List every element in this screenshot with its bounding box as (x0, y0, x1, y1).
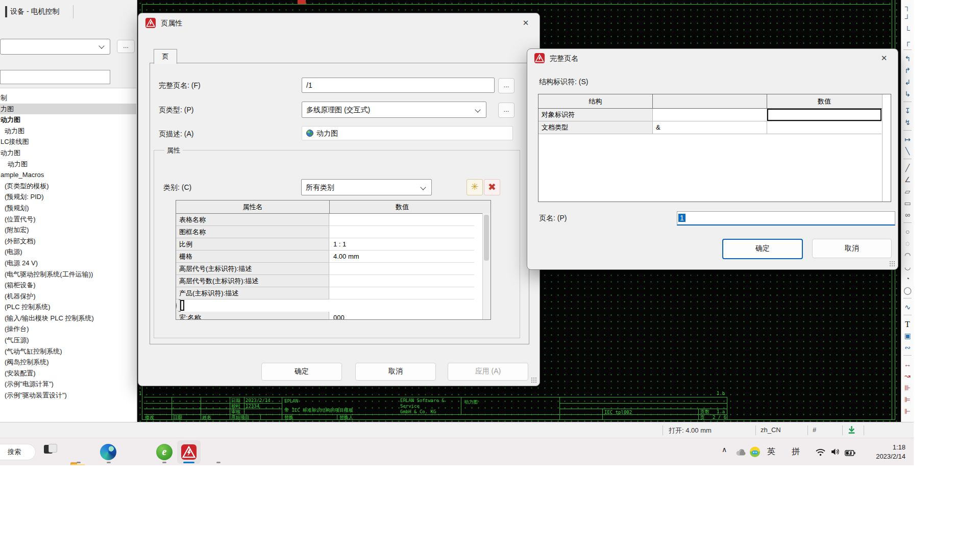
page-description-input[interactable]: 动力图 (302, 126, 513, 140)
tree-item[interactable]: (安装配置) (0, 368, 136, 379)
tree-item[interactable]: (输入/输出模块 PLC 控制系统) (0, 313, 136, 324)
page-name-input[interactable]: 1 (677, 211, 895, 226)
drawing-tool-icon[interactable]: ↳ (901, 88, 914, 100)
drawing-tool-icon[interactable] (901, 49, 914, 53)
tab-page[interactable]: 页 (154, 49, 177, 64)
tree-item[interactable]: (预规划) (0, 203, 136, 214)
search-filter-input[interactable] (0, 70, 110, 84)
tree-item[interactable]: (阀岛控制系统) (0, 357, 136, 368)
property-row[interactable]: 比例 1 : 1 (176, 238, 491, 251)
property-row[interactable]: 栅格 4.00 mm (176, 251, 491, 263)
drawing-tool-icon[interactable]: ↧ (901, 105, 914, 117)
drawing-tool-icon[interactable]: ↯ (901, 117, 914, 129)
download-icon[interactable] (847, 425, 856, 436)
drawing-tool-icon[interactable]: ╲ (901, 145, 914, 157)
column-header-value[interactable]: 数值 (330, 201, 475, 213)
drawing-tool-icon[interactable] (901, 298, 914, 302)
drawing-tool-icon[interactable]: ▭ (901, 197, 914, 209)
drawing-tool-icon[interactable] (901, 159, 914, 162)
page-type-select[interactable]: 多线原理图 (交互式) (302, 102, 486, 118)
tree-item[interactable]: LC接线图 (0, 136, 136, 147)
category-select[interactable]: 所有类别 (301, 179, 432, 195)
property-row[interactable]: 宏:名称 000 (176, 312, 491, 320)
drawing-tool-icon[interactable]: T (901, 318, 914, 330)
property-row[interactable]: 高层代号数(主标识符):描述 (176, 275, 491, 287)
drawing-tool-icon[interactable]: ⊫ (901, 394, 914, 406)
drawing-tool-icon[interactable]: ┘ (901, 13, 914, 24)
drawing-tool-icon[interactable]: ◯ (901, 285, 914, 296)
property-row[interactable]: 图框名称 (176, 226, 491, 238)
drawing-tool-icon[interactable]: ◠ (901, 249, 914, 261)
clock[interactable]: 1:18 2023/2/14 (865, 443, 905, 461)
close-icon[interactable]: ✕ (878, 53, 890, 64)
tree-item[interactable]: 动力图 (0, 159, 136, 170)
browser-360-icon[interactable]: e (156, 444, 173, 460)
drawing-tool-icon[interactable]: ┌ (901, 36, 914, 48)
cancel-button[interactable]: 取消 (812, 239, 892, 258)
full-page-name-input[interactable]: /1 (302, 78, 495, 93)
tree-item[interactable]: 动力图 (0, 114, 136, 126)
drawing-tool-icon[interactable]: ⊩ (901, 406, 914, 417)
structure-row[interactable]: 文档类型 & (538, 121, 891, 134)
property-row[interactable]: 产品(主标识符):描述 (176, 287, 491, 299)
drawing-tool-icon[interactable] (901, 130, 914, 134)
structure-row[interactable]: 对象标识符 (538, 109, 891, 121)
tree-item[interactable]: 力图 (0, 104, 136, 115)
drawing-tool-icon[interactable]: ○ (901, 226, 914, 238)
drawing-tool-icon[interactable]: ┐ (901, 1, 914, 13)
drawing-tool-icon[interactable]: ◔ (901, 273, 914, 285)
tree-item[interactable]: (示例"电源计算") (0, 379, 136, 390)
resize-grip[interactable] (531, 377, 537, 383)
game-center-icon[interactable] (749, 446, 761, 459)
full-page-name-browse-button[interactable]: ... (498, 78, 514, 93)
table-scrollbar[interactable] (482, 213, 491, 319)
tree-item[interactable]: 制 (0, 92, 136, 104)
project-filter-combobox[interactable] (0, 39, 110, 55)
tree-item[interactable]: (电气驱动控制系统(工件运输)) (0, 269, 136, 280)
tree-item[interactable]: (机器保护) (0, 291, 136, 302)
drawing-tool-icon[interactable]: ∾ (901, 342, 914, 354)
search-button[interactable]: 搜索 (0, 444, 36, 460)
tree-item[interactable]: (箱柜设备) (0, 280, 136, 291)
tree-item[interactable]: (附加宏) (0, 224, 136, 236)
close-icon[interactable]: ✕ (520, 17, 531, 29)
drawing-tool-icon[interactable] (901, 315, 914, 318)
drawing-tool-icon[interactable]: ↱ (901, 65, 914, 77)
task-view-icon[interactable] (43, 444, 59, 460)
drawing-tool-icon[interactable]: ╱ (901, 162, 914, 174)
drawing-tool-icon[interactable]: ↝ (901, 370, 914, 382)
tree-item[interactable]: (气动气缸控制系统) (0, 346, 136, 357)
tree-item[interactable]: (电源 24 V) (0, 258, 136, 269)
column-header-structure[interactable]: 结构 (538, 94, 653, 108)
drawing-tool-icon[interactable]: ↔ (901, 359, 914, 370)
property-row[interactable]: 表格名称 (176, 214, 491, 226)
tree-item[interactable]: (气压源) (0, 335, 136, 346)
drawing-tool-icon[interactable]: ↲ (901, 77, 914, 88)
tree-item[interactable]: (页类型的模板) (0, 181, 136, 192)
tree-item[interactable]: (PLC 控制系统) (0, 302, 136, 313)
apply-button[interactable]: 应用 (A) (448, 363, 528, 381)
drawing-tool-icon[interactable] (901, 102, 914, 105)
ime-pinyin-indicator[interactable]: 拼 (792, 446, 800, 457)
drawing-tool-icon[interactable]: ◡ (901, 261, 914, 273)
column-header-blank[interactable] (653, 94, 767, 108)
table-scroll-strip[interactable] (882, 94, 891, 202)
property-row[interactable]: 宏: 描述 页类型的模板 (176, 299, 183, 312)
tree-item[interactable]: 动力图 (0, 147, 136, 159)
tree-item[interactable]: (示例"驱动装置设计") (0, 390, 136, 401)
drawing-tool-icon[interactable]: ↦ (901, 134, 914, 145)
tree-item[interactable]: (外部文档) (0, 236, 136, 247)
ok-button[interactable]: 确定 (261, 363, 342, 381)
drawing-tool-icon[interactable]: ⊪ (901, 382, 914, 394)
drawing-tool-icon[interactable]: ∿ (901, 302, 914, 313)
cancel-button[interactable]: 取消 (355, 363, 436, 381)
battery-icon[interactable] (845, 449, 855, 458)
dialog-titlebar[interactable]: 页属性 ✕ (138, 13, 540, 33)
page-type-browse-button[interactable]: ... (498, 103, 514, 118)
filter-browse-button[interactable]: ... (117, 40, 135, 53)
drawing-tool-icon[interactable] (901, 355, 914, 359)
drawing-tool-icon[interactable]: ∠ (901, 174, 914, 186)
new-property-icon[interactable]: ✳ (467, 179, 483, 195)
tree-item[interactable]: ample_Macros (0, 169, 136, 181)
ok-button[interactable]: 确定 (722, 239, 803, 259)
